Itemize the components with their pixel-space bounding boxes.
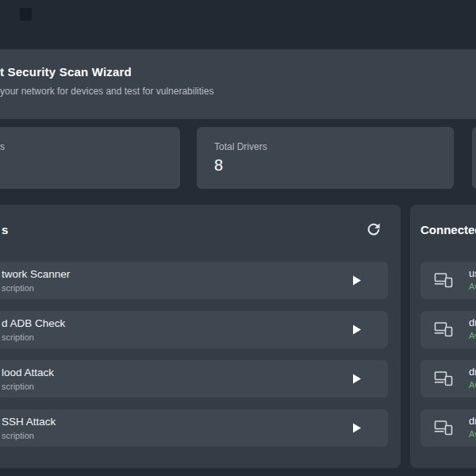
device-name: drv	[469, 366, 476, 378]
device-item[interactable]: drv Available	[420, 311, 476, 348]
device-status: Available	[469, 331, 476, 340]
script-title: d ADB Check	[2, 317, 388, 329]
play-icon[interactable]	[351, 274, 363, 286]
devices-icon	[434, 321, 453, 337]
device-item[interactable]: drv Available	[420, 360, 476, 397]
top-app-bar	[0, 0, 476, 49]
script-item[interactable]: SSH Attack scription	[0, 409, 388, 447]
script-description: scription	[2, 283, 388, 293]
script-title: lood Attack	[2, 367, 388, 378]
script-item[interactable]: d ADB Check scription	[0, 311, 388, 348]
script-title: twork Scanner	[2, 268, 388, 280]
devices-icon	[434, 370, 453, 386]
stat-card-partial	[472, 127, 476, 189]
devices-panel: Connected Devices usb Available	[410, 205, 476, 468]
device-item[interactable]: drv Available	[420, 409, 476, 447]
script-title: SSH Attack	[2, 416, 388, 428]
device-status: Available	[469, 282, 476, 291]
scripts-panel-title: s	[2, 223, 8, 236]
device-status: Available	[469, 429, 476, 439]
devices-icon	[434, 420, 453, 436]
script-item-text: d ADB Check scription	[0, 311, 388, 342]
device-name: usb	[469, 267, 476, 279]
script-description: scription	[2, 431, 388, 440]
script-item-text: lood Attack scription	[0, 360, 388, 391]
app-logo	[20, 8, 32, 21]
wizard-header-content: t Security Scan Wizard your network for …	[0, 49, 476, 97]
device-name: drv	[469, 317, 476, 328]
script-description: scription	[2, 332, 388, 342]
wizard-header: t Security Scan Wizard your network for …	[0, 49, 476, 119]
script-item-text: SSH Attack scription	[0, 409, 388, 440]
app-window: t Security Scan Wizard your network for …	[0, 0, 476, 476]
devices-panel-title: Connected Devices	[420, 223, 476, 236]
refresh-icon[interactable]	[366, 221, 382, 237]
script-item[interactable]: lood Attack scription	[0, 360, 388, 397]
device-name: drv	[469, 415, 476, 427]
devices-icon	[434, 272, 453, 288]
play-icon[interactable]	[351, 422, 363, 434]
script-item-text: twork Scanner scription	[0, 262, 388, 293]
scripts-panel: s twork Scanner scription d ADB Check sc…	[0, 205, 401, 468]
page-subtitle: your network for devices and test for vu…	[0, 86, 476, 97]
stat-card-devices: s	[0, 127, 180, 189]
device-item[interactable]: usb Available	[420, 262, 476, 299]
stat-devices-label: s	[0, 127, 180, 152]
stat-drivers-label: Total Drivers	[214, 141, 454, 152]
page-title: t Security Scan Wizard	[0, 65, 476, 79]
script-item[interactable]: twork Scanner scription	[0, 262, 388, 299]
stat-drivers-value: 8	[214, 156, 454, 175]
device-status: Available	[469, 380, 476, 390]
stat-card-drivers: Total Drivers 8	[197, 127, 454, 189]
play-icon[interactable]	[351, 373, 363, 385]
play-icon[interactable]	[351, 324, 363, 336]
script-description: scription	[2, 382, 388, 391]
